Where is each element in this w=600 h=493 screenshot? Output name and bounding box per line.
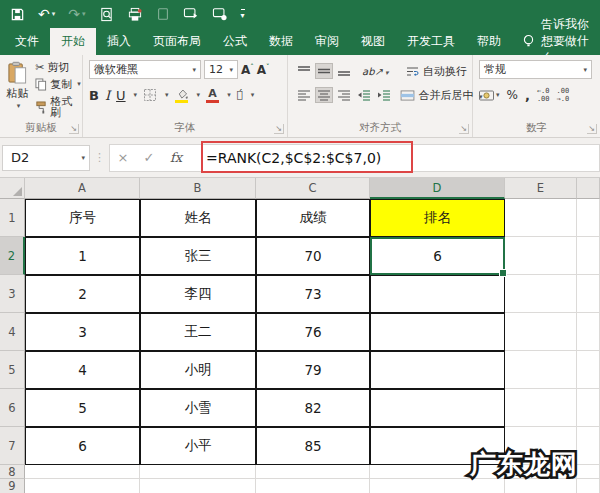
cell-A5[interactable]: 4 [25, 351, 140, 389]
align-left-button[interactable] [296, 88, 312, 102]
copy-button[interactable]: 复制 ▾ [35, 78, 82, 91]
undo-dropdown-icon[interactable]: ▾ [52, 11, 56, 18]
cell-D3[interactable] [370, 275, 505, 313]
borders-dropdown-icon[interactable]: ▾ [165, 91, 169, 99]
cell-F4[interactable] [577, 313, 600, 351]
cell-B6[interactable]: 小雪 [140, 389, 256, 427]
tab-review[interactable]: 审阅 [304, 28, 350, 55]
cell-F2[interactable] [577, 237, 600, 275]
formula-text[interactable]: =RANK(C2,$C$2:$C$7,0) [190, 150, 381, 166]
cell-E2[interactable] [505, 237, 577, 275]
tab-home[interactable]: 开始 [50, 28, 96, 55]
cell-B1[interactable]: 姓名 [140, 199, 256, 237]
col-header-D[interactable]: D [370, 178, 505, 199]
borders-button[interactable] [143, 88, 157, 102]
cell-B4[interactable]: 王二 [140, 313, 256, 351]
col-header-B[interactable]: B [140, 178, 256, 199]
cell-F7[interactable] [577, 427, 600, 465]
cell-E3[interactable] [505, 275, 577, 313]
row-header-7[interactable]: 7 [0, 427, 25, 465]
cell-D6[interactable] [370, 389, 505, 427]
increase-decimal-button[interactable]: ←.0.00 [537, 87, 550, 104]
print-preview-icon[interactable] [99, 7, 114, 22]
formula-input-area[interactable]: × ✓ fx =RANK(C2,$C$2:$C$7,0) [109, 144, 600, 172]
cell-A3[interactable]: 2 [25, 275, 140, 313]
tab-file[interactable]: 文件 [4, 28, 50, 55]
col-header-E[interactable]: E [505, 178, 577, 199]
tab-help[interactable]: 帮助 [466, 28, 512, 55]
enter-button[interactable]: ✓ [136, 150, 162, 165]
font-color-dropdown-icon[interactable]: ▾ [227, 91, 231, 99]
cell-B9[interactable] [140, 479, 256, 493]
cell-A1[interactable]: 序号 [25, 199, 140, 237]
font-color-button[interactable]: A [206, 88, 219, 103]
cell-D4[interactable] [370, 313, 505, 351]
bold-button[interactable]: B [89, 88, 99, 103]
fill-color-button[interactable] [175, 88, 189, 103]
row-header-6[interactable]: 6 [0, 389, 25, 427]
format-painter-button[interactable]: 格式刷 [35, 96, 82, 118]
cell-C8[interactable] [256, 465, 370, 479]
cell-C2[interactable]: 70 [256, 237, 370, 275]
underline-dropdown-icon[interactable]: ▾ [134, 91, 138, 99]
cell-D2-active[interactable]: 6 [370, 237, 505, 275]
increase-font-size-button[interactable]: A˄ [241, 63, 254, 77]
cell-C1[interactable]: 成绩 [256, 199, 370, 237]
row-header-3[interactable]: 3 [0, 275, 25, 313]
accounting-dropdown-icon[interactable]: ▾ [496, 91, 500, 99]
merge-center-button[interactable]: 合并后居中 ▾ [400, 88, 483, 103]
wrap-text-button[interactable]: 自动换行 [406, 64, 467, 79]
col-header-A[interactable]: A [25, 178, 140, 199]
cell-C6[interactable]: 82 [256, 389, 370, 427]
cell-A6[interactable]: 5 [25, 389, 140, 427]
clipboard-dialog-launcher[interactable]: ↘ [69, 124, 79, 134]
cell-B7[interactable]: 小平 [140, 427, 256, 465]
cell-C7[interactable]: 85 [256, 427, 370, 465]
align-center-button[interactable] [316, 88, 332, 102]
accounting-format-button[interactable]: ▾ [479, 90, 500, 101]
name-box-dropdown-icon[interactable]: ▾ [81, 154, 85, 162]
italic-button[interactable]: I [105, 88, 110, 103]
cell-E1[interactable] [505, 199, 577, 237]
cell-F3[interactable] [577, 275, 600, 313]
copy-dropdown-icon[interactable]: ▾ [77, 81, 81, 88]
number-dialog-launcher[interactable]: ↘ [587, 124, 597, 134]
save-icon[interactable] [10, 7, 25, 22]
cell-A4[interactable]: 3 [25, 313, 140, 351]
top-align-button[interactable] [296, 64, 312, 78]
cell-E6[interactable] [505, 389, 577, 427]
paste-dropdown-icon[interactable]: ▾ [17, 102, 21, 110]
cell-E5[interactable] [505, 351, 577, 389]
select-all-corner[interactable] [0, 178, 25, 199]
phonetic-dropdown-icon[interactable]: ▾ [251, 91, 255, 99]
fill-color-dropdown-icon[interactable]: ▾ [197, 91, 201, 99]
phonetic-guide-button[interactable]: 変́ [237, 90, 243, 100]
middle-align-button[interactable] [316, 64, 332, 78]
col-header-F-partial[interactable] [577, 178, 600, 199]
cell-F9[interactable] [577, 479, 600, 493]
orientation-button[interactable]: ab↗▾ [362, 66, 388, 77]
cell-C5[interactable]: 79 [256, 351, 370, 389]
cell-E4[interactable] [505, 313, 577, 351]
font-family-combobox[interactable]: 微软雅黑▾ [89, 60, 201, 79]
customize-toolbar-icon[interactable]: ▾ [241, 9, 245, 20]
row-header-8[interactable]: 8 [0, 465, 25, 479]
col-header-C[interactable]: C [256, 178, 370, 199]
font-dialog-launcher[interactable]: ↘ [274, 124, 284, 134]
cell-D1[interactable]: 排名 [370, 199, 505, 237]
increase-indent-button[interactable] [376, 88, 392, 102]
row-header-1[interactable]: 1 [0, 199, 25, 237]
tell-me-box[interactable]: 告诉我你想要做什么 [512, 28, 600, 55]
share-settings-icon[interactable] [212, 7, 228, 21]
tab-page-layout[interactable]: 页面布局 [142, 28, 212, 55]
cell-C9[interactable] [256, 479, 370, 493]
insert-function-button[interactable]: fx [162, 150, 190, 165]
cell-F6[interactable] [577, 389, 600, 427]
font-size-combobox[interactable]: 12▾ [204, 60, 238, 79]
cell-C4[interactable]: 76 [256, 313, 370, 351]
row-header-5[interactable]: 5 [0, 351, 25, 389]
cell-B5[interactable]: 小明 [140, 351, 256, 389]
row-header-4[interactable]: 4 [0, 313, 25, 351]
number-format-combobox[interactable]: 常规▾ [479, 60, 592, 79]
cell-A8[interactable] [25, 465, 140, 479]
